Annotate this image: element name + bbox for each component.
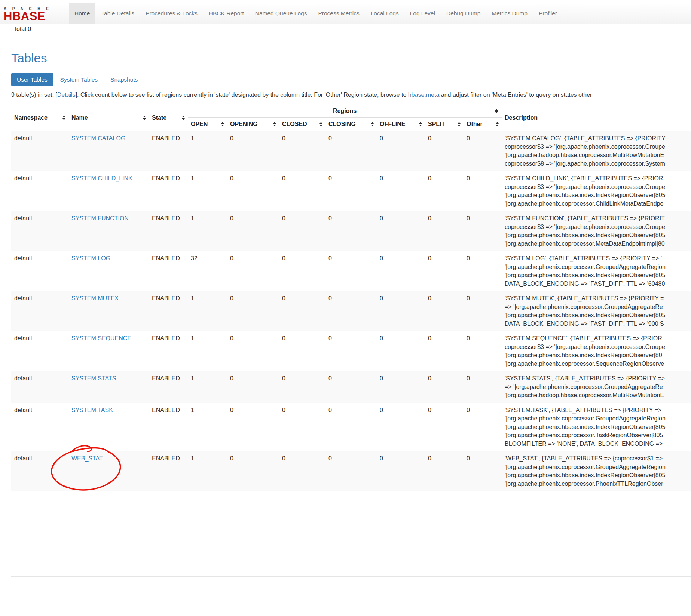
tab-system-tables[interactable]: System Tables <box>55 73 104 86</box>
nav-item-log-level[interactable]: Log Level <box>404 3 441 24</box>
sort-icon[interactable] <box>182 116 185 120</box>
table-name-link-system-mutex[interactable]: SYSTEM.MUTEX <box>71 295 119 301</box>
col-header-open[interactable]: OPEN <box>188 117 227 131</box>
region-count-closing[interactable]: 0 <box>325 211 377 251</box>
region-count-closing[interactable]: 0 <box>325 171 377 211</box>
col-header-offline[interactable]: OFFLINE <box>377 117 425 131</box>
region-count-other[interactable]: 0 <box>464 291 502 331</box>
col-header-name[interactable]: Name <box>68 105 149 131</box>
region-count-offline[interactable]: 0 <box>377 211 425 251</box>
region-count-opening[interactable]: 0 <box>227 371 279 403</box>
region-count-offline[interactable]: 0 <box>377 291 425 331</box>
nav-item-named-queue-logs[interactable]: Named Queue Logs <box>250 3 313 24</box>
col-header-closing[interactable]: CLOSING <box>325 117 377 131</box>
region-count-opening[interactable]: 0 <box>227 131 279 171</box>
col-header-other[interactable]: Other <box>464 117 502 131</box>
table-name-link-system-child-link[interactable]: SYSTEM.CHILD_LINK <box>71 175 132 181</box>
region-count-opening[interactable]: 0 <box>227 291 279 331</box>
region-count-split[interactable]: 0 <box>425 251 464 291</box>
col-header-regions[interactable]: Regions <box>188 105 502 117</box>
table-name-link-system-log[interactable]: SYSTEM.LOG <box>71 255 110 261</box>
region-count-closed[interactable]: 0 <box>279 251 325 291</box>
region-count-closed[interactable]: 0 <box>279 171 325 211</box>
details-link[interactable]: Details <box>57 92 76 98</box>
region-count-open[interactable]: 1 <box>188 403 227 451</box>
region-count-opening[interactable]: 0 <box>227 211 279 251</box>
region-count-offline[interactable]: 0 <box>377 171 425 211</box>
region-count-open[interactable]: 1 <box>188 371 227 403</box>
region-count-offline[interactable]: 0 <box>377 451 425 491</box>
col-header-opening[interactable]: OPENING <box>227 117 279 131</box>
region-count-closing[interactable]: 0 <box>325 251 377 291</box>
region-count-closing[interactable]: 0 <box>325 371 377 403</box>
region-count-open[interactable]: 1 <box>188 291 227 331</box>
region-count-closed[interactable]: 0 <box>279 371 325 403</box>
region-count-closing[interactable]: 0 <box>325 291 377 331</box>
region-count-offline[interactable]: 0 <box>377 371 425 403</box>
region-count-split[interactable]: 0 <box>425 291 464 331</box>
region-count-open[interactable]: 1 <box>188 131 227 171</box>
region-count-open[interactable]: 1 <box>188 211 227 251</box>
region-count-opening[interactable]: 0 <box>227 331 279 371</box>
nav-item-profiler[interactable]: Profiler <box>533 3 563 24</box>
region-count-open[interactable]: 32 <box>188 251 227 291</box>
region-count-offline[interactable]: 0 <box>377 403 425 451</box>
sort-icon[interactable] <box>496 122 499 126</box>
region-count-closed[interactable]: 0 <box>279 451 325 491</box>
nav-item-table-details[interactable]: Table Details <box>95 3 140 24</box>
region-count-closing[interactable]: 0 <box>325 451 377 491</box>
col-header-state[interactable]: State <box>149 105 188 131</box>
region-count-offline[interactable]: 0 <box>377 331 425 371</box>
region-count-split[interactable]: 0 <box>425 211 464 251</box>
tab-snapshots[interactable]: Snapshots <box>105 73 143 86</box>
region-count-split[interactable]: 0 <box>425 403 464 451</box>
region-count-closed[interactable]: 0 <box>279 291 325 331</box>
hbase-logo[interactable]: A P A C H E HBASE <box>0 3 69 24</box>
table-name-link-system-task[interactable]: SYSTEM.TASK <box>71 407 113 413</box>
nav-item-debug-dump[interactable]: Debug Dump <box>441 3 486 24</box>
table-name-link-system-function[interactable]: SYSTEM.FUNCTION <box>71 215 129 221</box>
region-count-split[interactable]: 0 <box>425 451 464 491</box>
region-count-closing[interactable]: 0 <box>325 131 377 171</box>
nav-item-local-logs[interactable]: Local Logs <box>365 3 404 24</box>
sort-icon[interactable] <box>495 109 498 113</box>
region-count-closed[interactable]: 0 <box>279 331 325 371</box>
sort-icon[interactable] <box>319 122 322 126</box>
region-count-closing[interactable]: 0 <box>325 403 377 451</box>
region-count-closed[interactable]: 0 <box>279 403 325 451</box>
nav-item-home[interactable]: Home <box>69 3 95 24</box>
sort-icon[interactable] <box>273 122 276 126</box>
region-count-open[interactable]: 1 <box>188 331 227 371</box>
nav-item-hbck-report[interactable]: HBCK Report <box>203 3 250 24</box>
nav-item-procedures-locks[interactable]: Procedures & Locks <box>140 3 203 24</box>
nav-item-process-metrics[interactable]: Process Metrics <box>312 3 365 24</box>
region-count-offline[interactable]: 0 <box>377 251 425 291</box>
region-count-opening[interactable]: 0 <box>227 403 279 451</box>
col-header-split[interactable]: SPLIT <box>425 117 464 131</box>
region-count-split[interactable]: 0 <box>425 331 464 371</box>
region-count-other[interactable]: 0 <box>464 451 502 491</box>
sort-icon[interactable] <box>143 116 146 120</box>
region-count-opening[interactable]: 0 <box>227 171 279 211</box>
region-count-split[interactable]: 0 <box>425 371 464 403</box>
region-count-closing[interactable]: 0 <box>325 331 377 371</box>
region-count-other[interactable]: 0 <box>464 131 502 171</box>
sort-icon[interactable] <box>62 116 65 120</box>
sort-icon[interactable] <box>458 122 461 126</box>
region-count-closed[interactable]: 0 <box>279 211 325 251</box>
tab-user-tables[interactable]: User Tables <box>11 73 53 86</box>
table-name-link-system-catalog[interactable]: SYSTEM.CATALOG <box>71 135 125 141</box>
table-name-link-system-stats[interactable]: SYSTEM.STATS <box>71 375 116 381</box>
table-name-link-system-sequence[interactable]: SYSTEM.SEQUENCE <box>71 335 131 341</box>
region-count-other[interactable]: 0 <box>464 251 502 291</box>
region-count-other[interactable]: 0 <box>464 211 502 251</box>
col-header-closed[interactable]: CLOSED <box>279 117 325 131</box>
region-count-open[interactable]: 1 <box>188 171 227 211</box>
sort-icon[interactable] <box>419 122 422 126</box>
hbase-meta-link[interactable]: hbase:meta <box>408 92 440 98</box>
nav-item-metrics-dump[interactable]: Metrics Dump <box>486 3 533 24</box>
region-count-opening[interactable]: 0 <box>227 451 279 491</box>
region-count-opening[interactable]: 0 <box>227 251 279 291</box>
region-count-other[interactable]: 0 <box>464 403 502 451</box>
col-header-namespace[interactable]: Namespace <box>11 105 68 131</box>
